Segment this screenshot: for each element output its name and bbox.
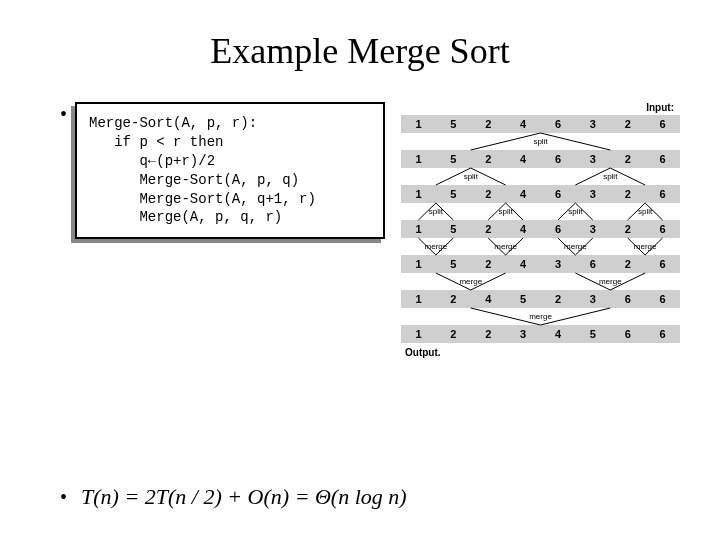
- cell: 5: [436, 223, 471, 235]
- cell: 1: [401, 118, 436, 130]
- gap-split-1: split: [401, 133, 680, 150]
- cell: 2: [471, 223, 506, 235]
- cell: 6: [645, 153, 680, 165]
- output-label: Output.: [401, 347, 680, 358]
- array-row-2: 1 5 2 4 6 3 2 6: [401, 185, 680, 203]
- cell: 4: [506, 223, 541, 235]
- cell: 4: [471, 293, 506, 305]
- cell: 6: [645, 293, 680, 305]
- cell: 2: [471, 153, 506, 165]
- cell: 6: [645, 188, 680, 200]
- gap-split-3: split split split split: [401, 203, 680, 220]
- cell: 3: [506, 328, 541, 340]
- cell: 2: [610, 118, 645, 130]
- bullet-1: •: [60, 102, 67, 124]
- split-label: split: [568, 207, 582, 216]
- cell: 1: [401, 293, 436, 305]
- array-row-1: 1 5 2 4 6 3 2 6: [401, 150, 680, 168]
- cell: 6: [645, 328, 680, 340]
- cell: 3: [541, 258, 576, 270]
- svg-line-0: [471, 133, 541, 150]
- cell: 5: [436, 153, 471, 165]
- code-line: Merge(A, p, q, r): [89, 209, 282, 225]
- cell: 4: [506, 258, 541, 270]
- gap-split-2: split split: [401, 168, 680, 185]
- cell: 3: [575, 223, 610, 235]
- cell: 2: [471, 258, 506, 270]
- cell: 5: [436, 258, 471, 270]
- content-area: • Merge-Sort(A, p, r): if p < r then q←(…: [0, 72, 720, 358]
- cell: 2: [610, 258, 645, 270]
- split-label: split: [603, 172, 617, 181]
- cell: 3: [575, 118, 610, 130]
- array-row-0: 1 5 2 4 6 3 2 6: [401, 115, 680, 133]
- cell: 1: [401, 258, 436, 270]
- array-row-3: 1 5 2 4 6 3 2 6: [401, 220, 680, 238]
- cell: 4: [506, 188, 541, 200]
- split-label: split: [533, 137, 547, 146]
- bullet-2: •: [60, 486, 67, 509]
- cell: 2: [436, 328, 471, 340]
- diagram-wrap: 1 5 2 4 6 3 2 6 split 1 5 2 4 6 3 2: [401, 115, 680, 343]
- cell: 3: [575, 293, 610, 305]
- cell: 5: [506, 293, 541, 305]
- cell: 2: [471, 118, 506, 130]
- cell: 1: [401, 153, 436, 165]
- pseudocode-box: Merge-Sort(A, p, r): if p < r then q←(p+…: [75, 102, 385, 239]
- diagram-column: Input: 1 5 2 4 6 3 2 6 split 1 5 2: [401, 102, 680, 358]
- cell: 2: [610, 223, 645, 235]
- array-row-6: 1 2 2 3 4 5 6 6: [401, 325, 680, 343]
- cell: 6: [610, 293, 645, 305]
- code-line: Merge-Sort(A, q+1, r): [89, 191, 316, 207]
- cell: 4: [506, 118, 541, 130]
- formula-text: T(n) = 2T(n / 2) + O(n) = Θ(n log n): [81, 484, 407, 510]
- slide-title: Example Merge Sort: [0, 0, 720, 72]
- recurrence-formula: • T(n) = 2T(n / 2) + O(n) = Θ(n log n): [60, 484, 407, 510]
- cell: 6: [541, 223, 576, 235]
- code-box-shadow: Merge-Sort(A, p, r): if p < r then q←(p+…: [71, 106, 381, 243]
- split-label: split: [464, 172, 478, 181]
- cell: 5: [575, 328, 610, 340]
- cell: 2: [471, 188, 506, 200]
- code-line: q←(p+r)/2: [89, 153, 215, 169]
- array-row-5: 1 2 4 5 2 3 6 6: [401, 290, 680, 308]
- cell: 6: [645, 118, 680, 130]
- code-line: Merge-Sort(A, p, r):: [89, 115, 257, 131]
- merge-label: merge: [425, 242, 448, 251]
- cell: 6: [541, 188, 576, 200]
- split-label: split: [638, 207, 652, 216]
- merge-label: merge: [634, 242, 657, 251]
- cell: 2: [610, 153, 645, 165]
- cell: 3: [575, 153, 610, 165]
- merge-label: merge: [599, 277, 622, 286]
- svg-line-1: [541, 133, 611, 150]
- cell: 1: [401, 188, 436, 200]
- cell: 2: [541, 293, 576, 305]
- merge-label: merge: [459, 277, 482, 286]
- cell: 6: [541, 118, 576, 130]
- cell: 5: [436, 188, 471, 200]
- merge-label: merge: [564, 242, 587, 251]
- array-row-4: 1 5 2 4 3 6 2 6: [401, 255, 680, 273]
- cell: 1: [401, 328, 436, 340]
- split-label: split: [499, 207, 513, 216]
- cell: 1: [401, 223, 436, 235]
- cell: 6: [541, 153, 576, 165]
- cell: 6: [645, 258, 680, 270]
- split-label: split: [429, 207, 443, 216]
- cell: 2: [610, 188, 645, 200]
- input-label: Input:: [401, 102, 680, 113]
- cell: 2: [471, 328, 506, 340]
- code-line: if p < r then: [89, 134, 223, 150]
- cell: 4: [506, 153, 541, 165]
- gap-merge-1: merge merge merge merge: [401, 238, 680, 255]
- merge-label: merge: [529, 312, 552, 321]
- cell: 6: [645, 223, 680, 235]
- left-column: • Merge-Sort(A, p, r): if p < r then q←(…: [60, 102, 381, 358]
- code-line: Merge-Sort(A, p, q): [89, 172, 299, 188]
- cell: 4: [541, 328, 576, 340]
- cell: 5: [436, 118, 471, 130]
- merge-label: merge: [494, 242, 517, 251]
- gap-merge-2: merge merge: [401, 273, 680, 290]
- gap-merge-3: merge: [401, 308, 680, 325]
